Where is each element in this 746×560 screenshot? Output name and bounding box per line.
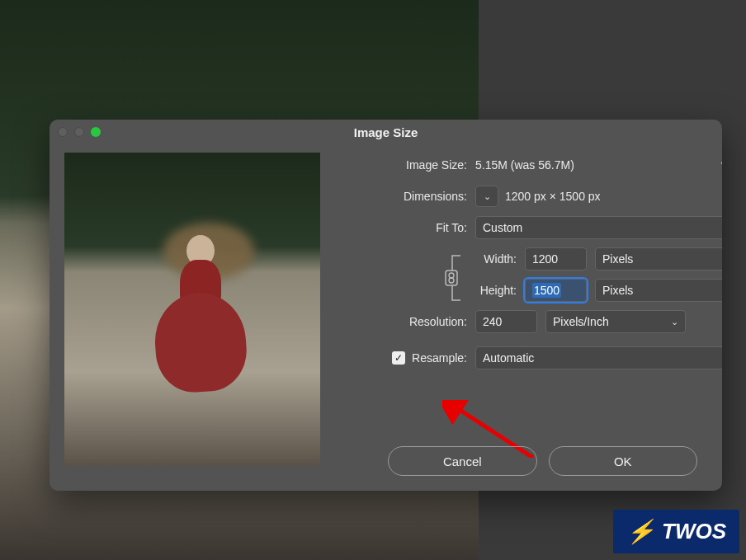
dialog-title: Image Size: [50, 125, 722, 139]
width-label: Width:: [475, 252, 525, 266]
watermark-logo: ⚡ TWOS: [613, 510, 739, 553]
gear-icon[interactable]: .: [720, 158, 722, 172]
fit-to-value: Custom: [483, 221, 522, 234]
chevron-down-icon: ⌄: [720, 285, 722, 296]
height-input[interactable]: 1500: [525, 279, 587, 302]
image-size-label: Image Size:: [335, 158, 475, 172]
watermark-text: TWOS: [662, 519, 726, 544]
chevron-down-icon: ⌄: [484, 191, 491, 202]
image-size-form: . Image Size: 5.15M (was 56.7M) Dimensio…: [335, 153, 722, 466]
lightning-icon: ⚡: [626, 518, 655, 545]
resample-checkbox[interactable]: ✓: [392, 351, 405, 365]
cancel-button[interactable]: Cancel: [388, 446, 537, 476]
dimensions-label: Dimensions:: [335, 190, 475, 203]
height-unit-select[interactable]: Pixels ⌄: [595, 279, 722, 302]
resolution-unit-value: Pixels/Inch: [553, 315, 609, 328]
fit-to-label: Fit To:: [335, 221, 475, 234]
fit-to-select[interactable]: Custom ⌄: [475, 216, 722, 239]
resample-label: Resample:: [412, 351, 467, 365]
ok-button[interactable]: OK: [549, 446, 698, 476]
height-label: Height:: [475, 284, 525, 297]
chevron-down-icon: ⌄: [671, 317, 678, 327]
resolution-label: Resolution:: [335, 315, 475, 328]
chevron-down-icon: ⌄: [720, 353, 722, 364]
resample-method-select[interactable]: Automatic ⌄: [475, 346, 722, 369]
chevron-down-icon: ⌄: [720, 223, 722, 233]
dimensions-unit-dropdown[interactable]: ⌄: [475, 186, 498, 207]
width-unit-select[interactable]: Pixels ⌄: [595, 247, 722, 271]
constrain-proportions-toggle[interactable]: [442, 251, 467, 305]
resolution-input[interactable]: 240: [475, 310, 537, 333]
image-size-dialog: Image Size . Image Size: 5.15M (was 56.7…: [50, 120, 722, 491]
width-input[interactable]: 1200: [525, 247, 587, 271]
dimensions-value: 1200 px × 1500 px: [505, 190, 601, 203]
image-preview: [64, 153, 320, 466]
image-size-value: 5.15M (was 56.7M): [475, 158, 574, 172]
resolution-unit-select[interactable]: Pixels/Inch ⌄: [545, 310, 686, 333]
height-unit-value: Pixels: [602, 284, 633, 297]
resample-method-value: Automatic: [483, 351, 534, 365]
chevron-down-icon: ⌄: [720, 254, 722, 265]
width-unit-value: Pixels: [602, 252, 633, 266]
dialog-titlebar: Image Size: [50, 120, 722, 144]
